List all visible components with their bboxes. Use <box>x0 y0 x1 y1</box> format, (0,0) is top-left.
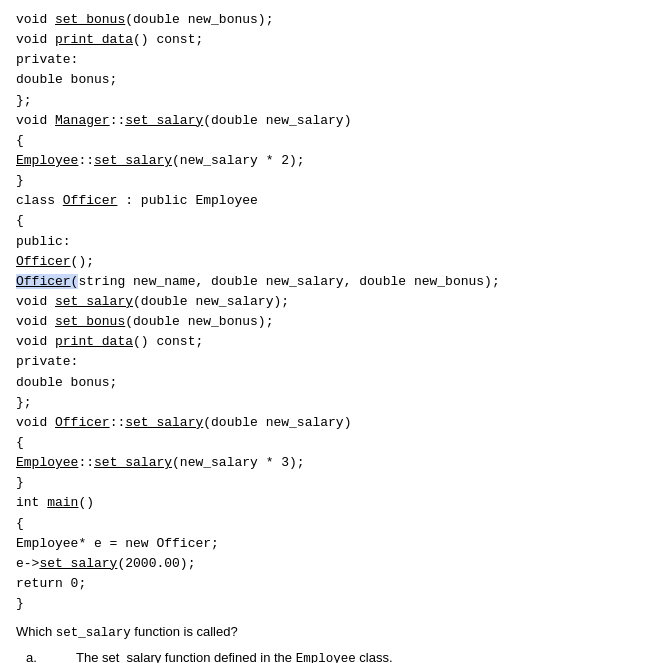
code-token: set_bonus <box>55 12 125 27</box>
code-token: Officer <box>55 415 110 430</box>
code-line: void print_data() const; <box>16 332 632 352</box>
code-line: void set_bonus(double new_bonus); <box>16 312 632 332</box>
code-token: set_salary <box>125 415 203 430</box>
code-token: main <box>47 495 78 510</box>
code-line: double bonus; <box>16 70 632 90</box>
code-token: set_bonus <box>55 314 125 329</box>
code-line: void Officer::set_salary(double new_sala… <box>16 413 632 433</box>
code-line: private: <box>16 50 632 70</box>
code-line: void Manager::set_salary(double new_sala… <box>16 111 632 131</box>
code-token: Employee <box>16 455 78 470</box>
question-section: Which set_salary function is called? a. … <box>16 622 632 663</box>
code-line: Employee::set_salary(new_salary * 3); <box>16 453 632 473</box>
code-token: set_salary <box>94 153 172 168</box>
answer-option-a: a. The set_salary function defined in th… <box>16 648 632 663</box>
code-line: int main() <box>16 493 632 513</box>
code-token: set_salary <box>55 294 133 309</box>
code-line: Employee* e = new Officer; <box>16 534 632 554</box>
code-token: set_salary <box>39 556 117 571</box>
code-line: void set_salary(double new_salary); <box>16 292 632 312</box>
code-line-highlighted: Officer(string new_name, double new_sala… <box>16 272 632 292</box>
code-line: Employee::set_salary(new_salary * 2); <box>16 151 632 171</box>
highlight-region: Officer( <box>16 274 78 289</box>
code-line: { <box>16 211 632 231</box>
code-line: void set_bonus(double new_bonus); <box>16 10 632 30</box>
code-line: void print_data() const; <box>16 30 632 50</box>
code-token: print_data <box>55 32 133 47</box>
option-code-a: Employee <box>296 652 356 663</box>
code-line: } <box>16 473 632 493</box>
question-text: Which set_salary function is called? <box>16 622 632 643</box>
code-line: } <box>16 171 632 191</box>
code-token: print_data <box>55 334 133 349</box>
code-token: set_salary <box>94 455 172 470</box>
code-line: }; <box>16 91 632 111</box>
code-token: Officer <box>63 193 118 208</box>
code-line: private: <box>16 352 632 372</box>
code-container: void set_bonus(double new_bonus); void p… <box>16 10 632 614</box>
code-line: { <box>16 514 632 534</box>
option-letter-a: a. <box>16 648 76 663</box>
code-line: class Officer : public Employee <box>16 191 632 211</box>
code-line: Officer(); <box>16 252 632 272</box>
code-line: return 0; <box>16 574 632 594</box>
code-line: public: <box>16 232 632 252</box>
code-line: { <box>16 131 632 151</box>
code-line: } <box>16 594 632 614</box>
code-line: e->set_salary(2000.00); <box>16 554 632 574</box>
code-token: Officer <box>16 254 71 269</box>
code-token: Officer <box>16 274 71 289</box>
question-code-word: set_salary <box>56 626 131 640</box>
code-line: { <box>16 433 632 453</box>
code-token: set_salary <box>125 113 203 128</box>
code-line: double bonus; <box>16 373 632 393</box>
code-token: Manager <box>55 113 110 128</box>
code-token: Employee <box>16 153 78 168</box>
option-text-a: The set_salary function defined in the E… <box>76 648 632 663</box>
code-line: }; <box>16 393 632 413</box>
